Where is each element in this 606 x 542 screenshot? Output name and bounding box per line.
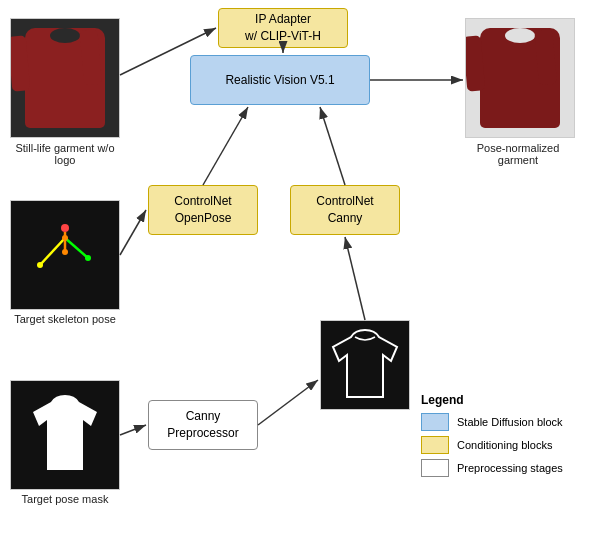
image-output: [465, 18, 575, 138]
block-controlnet-canny: ControlNet Canny: [290, 185, 400, 235]
image-canny-output: [320, 320, 410, 410]
svg-point-4: [62, 235, 68, 241]
diagram: Still-life garment w/o logo Target skele…: [0, 0, 606, 542]
block-controlnet-canny-line1: ControlNet: [316, 193, 373, 210]
block-canny-preprocessor-line1: Canny: [167, 408, 238, 425]
legend-label-yellow: Conditioning blocks: [457, 439, 552, 451]
block-controlnet-canny-line2: Canny: [316, 210, 373, 227]
legend-item-blue: Stable Diffusion block: [421, 413, 591, 431]
svg-line-13: [203, 107, 248, 185]
legend-label-white: Preprocessing stages: [457, 462, 563, 474]
image-mask: [10, 380, 120, 490]
legend-box-blue: [421, 413, 449, 431]
block-ip-adapter-line1: IP Adapter: [245, 11, 321, 28]
legend-title: Legend: [421, 393, 591, 407]
legend-item-yellow: Conditioning blocks: [421, 436, 591, 454]
block-controlnet-openpose: ControlNet OpenPose: [148, 185, 258, 235]
image-skeleton: [10, 200, 120, 310]
svg-line-3: [65, 238, 88, 258]
block-controlnet-openpose-line2: OpenPose: [174, 210, 231, 227]
legend: Legend Stable Diffusion block Conditioni…: [421, 393, 591, 482]
svg-line-12: [120, 210, 146, 255]
svg-line-17: [345, 237, 365, 320]
block-ip-adapter: IP Adapter w/ CLIP-ViT-H: [218, 8, 348, 48]
legend-box-yellow: [421, 436, 449, 454]
legend-label-blue: Stable Diffusion block: [457, 416, 563, 428]
legend-box-white: [421, 459, 449, 477]
svg-line-15: [120, 425, 146, 435]
block-canny-preprocessor-line2: Preprocessor: [167, 425, 238, 442]
svg-point-5: [37, 262, 43, 268]
label-garment: Still-life garment w/o logo: [5, 142, 125, 166]
block-ip-adapter-line2: w/ CLIP-ViT-H: [245, 28, 321, 45]
block-controlnet-openpose-line1: ControlNet: [174, 193, 231, 210]
label-output: Pose-normalized garment: [458, 142, 578, 166]
label-mask: Target pose mask: [5, 493, 125, 505]
block-realistic-vision-label: Realistic Vision V5.1: [225, 72, 334, 89]
svg-line-16: [258, 380, 318, 425]
label-skeleton: Target skeleton pose: [5, 313, 125, 325]
svg-point-7: [62, 249, 68, 255]
svg-point-0: [61, 224, 69, 232]
legend-item-white: Preprocessing stages: [421, 459, 591, 477]
block-realistic-vision: Realistic Vision V5.1: [190, 55, 370, 105]
svg-line-2: [40, 238, 65, 265]
svg-line-14: [320, 107, 345, 185]
block-canny-preprocessor: Canny Preprocessor: [148, 400, 258, 450]
svg-point-6: [85, 255, 91, 261]
image-garment: [10, 18, 120, 138]
